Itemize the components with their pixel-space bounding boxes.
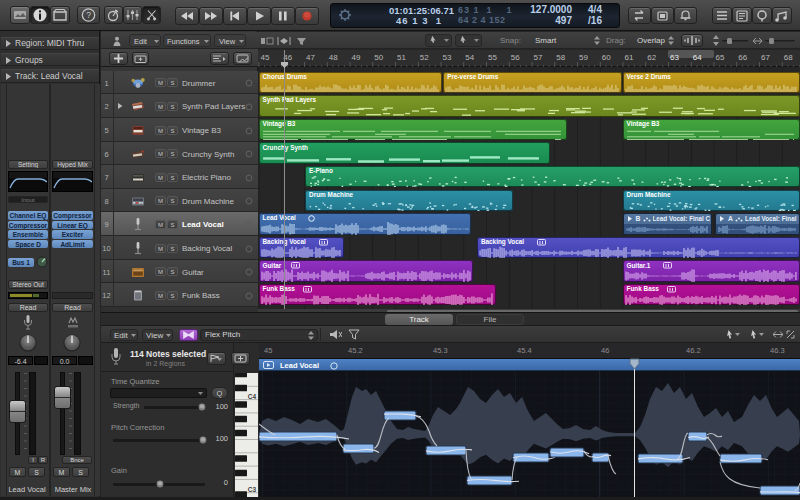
svg-text:C3: C3 [247, 485, 256, 492]
svg-text:?: ? [86, 10, 91, 20]
svg-text:C4: C4 [247, 392, 256, 399]
